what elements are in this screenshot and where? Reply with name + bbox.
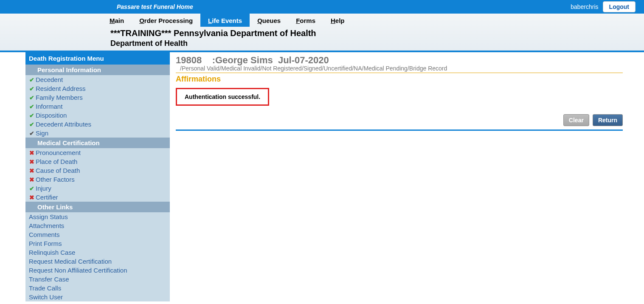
- sidebar-link-other-factors[interactable]: Other Factors: [36, 176, 75, 183]
- sidebar-item: Switch User: [25, 293, 170, 301]
- sidebar-item: ✖Pronouncement: [25, 148, 170, 157]
- cross-icon: ✖: [29, 167, 35, 174]
- username-label: baberchris: [571, 3, 598, 10]
- check-icon: ✔: [29, 103, 35, 110]
- sidebar-item: ✔Sign: [25, 129, 170, 138]
- sidebar-link-informant[interactable]: Informant: [36, 103, 62, 110]
- content-area: 19808 :George Sims Jul-07-2020 /Personal…: [170, 52, 644, 301]
- sidebar-link-certifier[interactable]: Certifier: [36, 194, 58, 201]
- sidebar-title: Death Registration Menu: [25, 52, 170, 65]
- sidebar-section-header: Medical Certification: [25, 138, 170, 148]
- sidebar-link-relinquish-case[interactable]: Relinquish Case: [29, 249, 75, 256]
- clear-button[interactable]: Clear: [563, 114, 589, 126]
- check-icon: ✔: [29, 121, 35, 128]
- sidebar-item: Request Non Affiliated Certification: [25, 266, 170, 275]
- sidebar-section-header: Other Links: [25, 202, 170, 212]
- training-line2: Department of Health: [110, 39, 644, 48]
- cross-icon: ✖: [29, 176, 35, 183]
- sidebar-link-cause-of-death[interactable]: Cause of Death: [36, 167, 80, 174]
- menu-item-main[interactable]: Main: [102, 14, 132, 27]
- sidebar-link-transfer-case[interactable]: Transfer Case: [29, 276, 69, 283]
- sidebar-item: Transfer Case: [25, 275, 170, 284]
- sidebar-item: ✖Other Factors: [25, 175, 170, 184]
- cross-icon: ✖: [29, 158, 35, 165]
- sidebar-item: ✔Decedent: [25, 75, 170, 84]
- menu-item-queues[interactable]: Queues: [250, 14, 288, 27]
- sidebar-link-request-medical-certification[interactable]: Request Medical Certification: [29, 258, 112, 265]
- sidebar-link-assign-status[interactable]: Assign Status: [29, 213, 68, 220]
- sidebar-item: Relinquish Case: [25, 248, 170, 257]
- sidebar-item: ✔Family Members: [25, 93, 170, 102]
- sidebar-item: Assign Status: [25, 212, 170, 221]
- registration-menu-panel: Death Registration Menu Personal Informa…: [25, 52, 170, 301]
- check-icon: ✔: [29, 94, 35, 101]
- sidebar-link-place-of-death[interactable]: Place of Death: [36, 158, 77, 165]
- check-icon: ✔: [29, 76, 35, 83]
- sidebar-link-pronouncement[interactable]: Pronouncement: [36, 149, 81, 156]
- sidebar-item: ✖Place of Death: [25, 157, 170, 166]
- sidebar-link-injury[interactable]: Injury: [36, 185, 51, 192]
- cross-icon: ✖: [29, 194, 35, 201]
- action-row: Clear Return: [176, 114, 623, 131]
- sidebar-link-family-members[interactable]: Family Members: [36, 94, 83, 101]
- sidebar-item: ✖Cause of Death: [25, 166, 170, 175]
- case-header: 19808 :George Sims Jul-07-2020: [176, 55, 623, 66]
- case-name: :George Sims: [212, 55, 273, 65]
- check-icon: ✔: [29, 85, 35, 92]
- sidebar-link-attachments[interactable]: Attachments: [29, 222, 64, 229]
- menu-item-forms[interactable]: Forms: [288, 14, 323, 27]
- case-status-path: /Personal Valid/Medical Invalid/Not Regi…: [176, 65, 623, 72]
- sidebar-link-decedent-attributes[interactable]: Decedent Attributes: [36, 121, 91, 128]
- check-icon: ✔: [29, 112, 35, 119]
- sidebar-link-decedent[interactable]: Decedent: [36, 76, 63, 83]
- sidebar-link-trade-calls[interactable]: Trade Calls: [29, 284, 61, 292]
- sidebar-item: ✔Informant: [25, 102, 170, 111]
- sidebar-item: Trade Calls: [25, 284, 170, 293]
- sidebar-link-switch-user[interactable]: Switch User: [29, 293, 63, 301]
- menu-area: MainOrder ProcessingLife EventsQueuesFor…: [0, 14, 644, 52]
- neutral-icon: ✔: [29, 130, 35, 137]
- cross-icon: ✖: [29, 149, 35, 156]
- main-menu: MainOrder ProcessingLife EventsQueuesFor…: [0, 14, 644, 27]
- sidebar: Death Registration Menu Personal Informa…: [0, 52, 170, 301]
- check-icon: ✔: [29, 185, 35, 192]
- sidebar-item: ✔Decedent Attributes: [25, 120, 170, 129]
- sidebar-item: Comments: [25, 230, 170, 239]
- sidebar-link-resident-address[interactable]: Resident Address: [36, 85, 86, 92]
- sidebar-link-disposition[interactable]: Disposition: [36, 112, 67, 119]
- sidebar-link-comments[interactable]: Comments: [29, 231, 60, 238]
- training-line1: ***TRAINING*** Pennsylvania Department o…: [110, 28, 644, 38]
- menu-item-order-processing[interactable]: Order Processing: [132, 14, 200, 27]
- sidebar-link-sign[interactable]: Sign: [36, 129, 48, 137]
- sidebar-item: Print Forms: [25, 239, 170, 248]
- sidebar-link-request-non-affiliated-certification[interactable]: Request Non Affiliated Certification: [29, 267, 127, 274]
- case-date: Jul-07-2020: [278, 55, 329, 65]
- top-bar: Passare test Funeral Home baberchris Log…: [0, 0, 644, 14]
- sidebar-item: ✔Disposition: [25, 111, 170, 120]
- sidebar-item: ✔Injury: [25, 184, 170, 193]
- menu-item-life-events[interactable]: Life Events: [200, 14, 250, 27]
- case-id: 19808: [176, 55, 202, 65]
- training-banner: ***TRAINING*** Pennsylvania Department o…: [0, 27, 644, 48]
- funeral-home-name: Passare test Funeral Home: [117, 3, 193, 10]
- sidebar-item: ✔Resident Address: [25, 84, 170, 93]
- logout-button[interactable]: Logout: [603, 1, 636, 12]
- sidebar-link-print-forms[interactable]: Print Forms: [29, 240, 62, 247]
- separator: [176, 73, 623, 73]
- sidebar-section-header: Personal Information: [25, 65, 170, 75]
- sidebar-item: Request Medical Certification: [25, 257, 170, 266]
- sidebar-item: Attachments: [25, 221, 170, 230]
- auth-success-message: Authentication successful.: [176, 88, 269, 106]
- sidebar-item: ✖Certifier: [25, 193, 170, 202]
- return-button[interactable]: Return: [593, 114, 623, 126]
- menu-item-help[interactable]: Help: [323, 14, 352, 27]
- section-title: Affirmations: [176, 75, 623, 84]
